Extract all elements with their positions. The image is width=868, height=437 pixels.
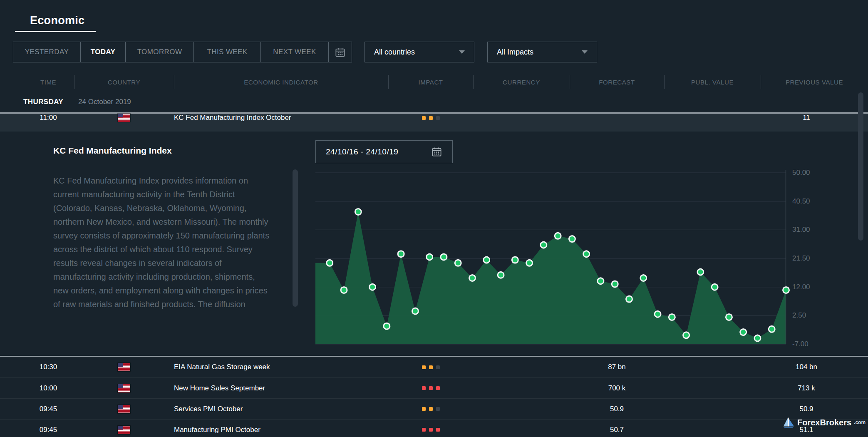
data-point-marker[interactable]	[526, 260, 533, 266]
data-point-marker[interactable]	[583, 251, 590, 257]
us-flag-icon	[118, 405, 130, 413]
description-scrollbar-thumb[interactable]	[293, 169, 298, 307]
row-publ-value	[664, 378, 761, 398]
data-point-marker[interactable]	[783, 287, 789, 293]
row-country	[74, 420, 174, 437]
data-point-marker[interactable]	[341, 287, 347, 293]
impact-dot	[429, 386, 433, 390]
data-point-marker[interactable]	[712, 284, 718, 290]
data-point-marker[interactable]	[412, 308, 418, 314]
y-axis-tick-label: -7.00	[792, 340, 838, 348]
row-currency	[473, 378, 570, 398]
data-point-marker[interactable]	[598, 278, 604, 284]
data-point-marker[interactable]	[683, 332, 689, 338]
column-divider	[570, 75, 570, 89]
chevron-down-icon	[582, 50, 588, 54]
row-currency	[473, 357, 570, 377]
data-point-marker[interactable]	[441, 254, 447, 260]
impact-dot	[422, 407, 426, 411]
table-row[interactable]: 09:45 Manufacturing PMI October 50.7 51.…	[0, 419, 868, 437]
row-impact-indicator	[388, 378, 473, 398]
row-indicator-name: Manufacturing PMI October	[174, 420, 388, 437]
data-point-marker[interactable]	[498, 272, 504, 278]
row-publ-value	[664, 114, 761, 122]
y-axis-tick-label: 40.50	[792, 197, 838, 206]
data-point-marker[interactable]	[370, 284, 376, 290]
event-rows-list: 10:30 EIA Natural Gas Storage week 87 bn…	[0, 356, 868, 437]
indicator-history-area-chart[interactable]	[315, 166, 786, 345]
row-country	[74, 378, 174, 398]
filter-tab-this-week[interactable]: THIS WEEK	[194, 42, 261, 62]
data-point-marker[interactable]	[640, 275, 647, 281]
countries-dropdown-value: All countries	[374, 48, 415, 57]
data-point-marker[interactable]	[697, 269, 704, 275]
filter-tab-yesterday[interactable]: YESTERDAY	[13, 42, 81, 62]
data-point-marker[interactable]	[669, 314, 675, 320]
impact-dot	[436, 365, 440, 369]
data-point-marker[interactable]	[655, 311, 661, 317]
data-point-marker[interactable]	[384, 323, 390, 329]
column-divider	[74, 75, 74, 89]
row-impact-indicator	[388, 399, 473, 419]
row-currency	[473, 399, 570, 419]
data-point-marker[interactable]	[569, 236, 575, 242]
row-time: 09:45	[0, 399, 74, 419]
row-time: 10:00	[0, 378, 74, 398]
table-row[interactable]: 11:00 KC Fed Manufacturing Index October…	[0, 114, 868, 122]
data-point-marker[interactable]	[427, 254, 433, 260]
data-point-marker[interactable]	[626, 296, 632, 302]
column-header-forecast: FORECAST	[570, 75, 664, 89]
table-row[interactable]: 10:30 EIA Natural Gas Storage week 87 bn…	[0, 357, 868, 377]
table-row[interactable]: 09:45 Services PMI October 50.9 50.9	[0, 398, 868, 419]
row-country	[74, 399, 174, 419]
row-currency	[473, 420, 570, 437]
impacts-dropdown[interactable]: All Impacts	[487, 42, 597, 62]
watermark-text: ForexBrokers	[797, 418, 851, 427]
column-divider	[473, 75, 474, 89]
selected-event-row[interactable]: 11:00 KC Fed Manufacturing Index October…	[0, 112, 868, 132]
filter-calendar-button[interactable]	[329, 42, 352, 62]
row-country	[74, 114, 174, 122]
filter-tab-tomorrow[interactable]: TOMORROW	[126, 42, 194, 62]
sailboat-logo-icon	[782, 416, 795, 429]
countries-dropdown[interactable]: All countries	[365, 42, 474, 62]
group-date-label: 24 October 2019	[78, 98, 131, 106]
row-time: 11:00	[0, 114, 74, 122]
data-point-marker[interactable]	[555, 233, 561, 239]
column-header-country: COUNTRY	[74, 75, 174, 89]
data-point-marker[interactable]	[512, 257, 518, 263]
data-point-marker[interactable]	[469, 275, 476, 281]
page-title: Economic	[30, 14, 84, 27]
data-point-marker[interactable]	[541, 242, 547, 248]
data-point-marker[interactable]	[754, 335, 761, 341]
detail-description: KC Fed Manufacturing Index provides info…	[53, 174, 272, 336]
data-point-marker[interactable]	[355, 209, 361, 215]
data-point-marker[interactable]	[484, 257, 490, 263]
row-forecast: 700 k	[570, 378, 664, 398]
row-country	[74, 357, 174, 377]
impact-dot	[422, 116, 426, 120]
row-forecast: 50.9	[570, 399, 664, 419]
chart-date-range-picker[interactable]: 24/10/16 - 24/10/19	[315, 140, 453, 163]
calendar-icon	[335, 47, 346, 58]
data-point-marker[interactable]	[327, 260, 333, 266]
filter-tab-today[interactable]: TODAY	[81, 42, 126, 62]
data-point-marker[interactable]	[769, 326, 775, 332]
data-point-marker[interactable]	[455, 260, 461, 266]
data-point-marker[interactable]	[740, 329, 746, 335]
column-divider	[174, 75, 174, 89]
data-point-marker[interactable]	[398, 251, 404, 257]
impacts-dropdown-value: All Impacts	[497, 48, 533, 57]
page-scrollbar-thumb[interactable]	[858, 92, 863, 241]
data-point-marker[interactable]	[726, 314, 732, 320]
impact-dot	[429, 365, 433, 369]
row-impact-indicator	[388, 420, 473, 437]
row-previous-value: 713 k	[761, 378, 868, 398]
table-row[interactable]: 10:00 New Home Sales September 700 k 713…	[0, 377, 868, 398]
y-axis-tick-label: 2.50	[792, 311, 838, 320]
column-divider	[664, 75, 665, 89]
filter-tab-next-week[interactable]: NEXT WEEK	[261, 42, 329, 62]
impact-dot	[436, 116, 440, 120]
data-point-marker[interactable]	[612, 281, 618, 287]
row-publ-value	[664, 420, 761, 437]
